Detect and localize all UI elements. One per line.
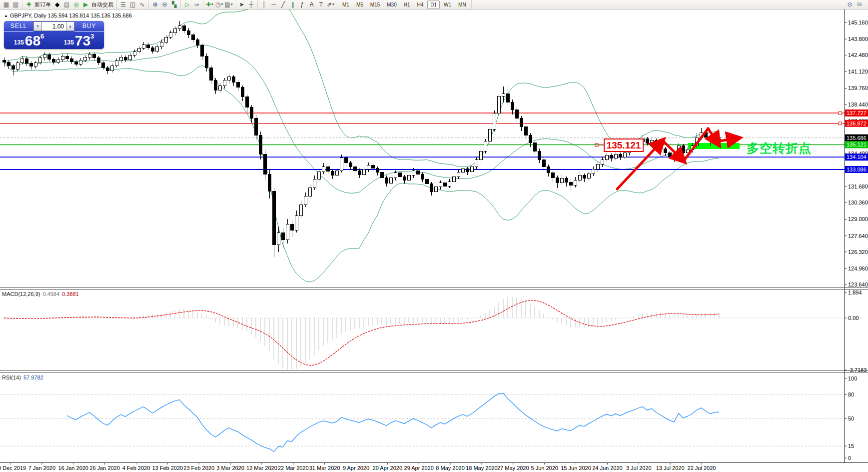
vertical-line-icon[interactable]: │	[260, 0, 268, 8]
svg-text:129.000: 129.000	[848, 216, 868, 222]
trendline-icon[interactable]: ╱	[279, 0, 287, 8]
zoom-out-icon[interactable]: ⊖	[160, 0, 169, 8]
market-watch-icon[interactable]: ▤	[62, 0, 71, 8]
horizontal-line-icon[interactable]: ─	[269, 0, 278, 8]
buy-price-prefix: 135	[64, 39, 74, 46]
svg-text:142.480: 142.480	[848, 52, 868, 58]
macd-label: MACD(12,26,9)0.45840.3881	[2, 291, 79, 297]
chart-canvas[interactable]: 145.160143.800142.480141.120139.760138.4…	[0, 0, 868, 472]
main-toolbar: ▦▧✚新订单◆▤◎▶自动交易☰◫∿⊕⊖▚▷⇒✚▾◷▾▨▾➤┼│─╱∥ƒAT⇗▾M…	[0, 0, 868, 10]
signals-icon[interactable]: ◎	[72, 0, 80, 8]
macd-name: MACD(12,26,9)	[2, 291, 40, 297]
svg-text:124.960: 124.960	[848, 266, 868, 272]
svg-text:15 Jun 2020: 15 Jun 2020	[561, 465, 591, 471]
channel-icon[interactable]: ∥	[288, 0, 297, 8]
svg-text:16 Jan 2020: 16 Jan 2020	[58, 465, 88, 471]
svg-text:1.894: 1.894	[848, 290, 862, 296]
chevron-down-icon[interactable]: ▾	[221, 0, 223, 8]
fibonacci-icon[interactable]: ƒ	[298, 0, 306, 8]
buy-button[interactable]: BUY	[74, 21, 104, 32]
timeframe-h1[interactable]: H1	[401, 0, 413, 9]
macd-main-value: 0.4584	[42, 291, 59, 297]
arrows-icon[interactable]: ⇗▾	[326, 0, 335, 8]
price-axis: 145.160143.800142.480141.120139.760138.4…	[845, 20, 868, 288]
svg-text:27 May 2020: 27 May 2020	[497, 465, 529, 471]
one-click-trading-panel: SELL ▼ 1.00 ▲ BUY 135 68 6 135 73 3	[4, 21, 104, 49]
svg-text:31 Mar 2020: 31 Mar 2020	[309, 465, 340, 471]
search-icon[interactable]: ⊙	[846, 0, 854, 8]
sell-price[interactable]: 135 68 6	[4, 32, 54, 48]
collapse-icon[interactable]: ▲	[4, 14, 8, 18]
svg-text:141.120: 141.120	[848, 68, 868, 74]
periods-icon[interactable]: ◷▾	[215, 0, 223, 8]
chevron-down-icon[interactable]: ▾	[332, 0, 334, 8]
autotrading-icon[interactable]: ▶	[81, 0, 90, 8]
chat-icon[interactable]: ✉	[855, 0, 864, 8]
sell-price-big: 68	[25, 34, 40, 48]
svg-text:50: 50	[848, 416, 854, 422]
svg-text:137.727: 137.727	[847, 110, 867, 116]
toolbar-group: ➤┼	[235, 0, 258, 9]
macd-signal-line	[4, 300, 719, 366]
toolbar-group: │─╱∥ƒAT⇗▾	[258, 0, 337, 9]
line-chart-icon[interactable]: ∿	[138, 0, 146, 8]
toolbar-group: ☰◫∿	[117, 0, 149, 9]
crosshair-icon[interactable]: ┼	[247, 0, 255, 8]
chevron-down-icon[interactable]: ▾	[231, 0, 233, 8]
date-axis: 29 Dec 20197 Jan 202016 Jan 202026 Jan 2…	[0, 462, 716, 471]
panel-splitter[interactable]	[0, 370, 845, 372]
svg-text:134.104: 134.104	[847, 154, 867, 160]
sell-price-pip: 6	[40, 32, 44, 40]
candlestick-chart-icon[interactable]: ◫	[128, 0, 137, 8]
indicators-icon[interactable]: ✚▾	[205, 0, 214, 8]
timeframe-m30[interactable]: M30	[384, 0, 399, 9]
sell-button[interactable]: SELL	[4, 21, 33, 32]
svg-text:80: 80	[848, 392, 854, 398]
timeframe-d1[interactable]: D1	[427, 0, 440, 9]
zoom-in-icon[interactable]: ⊕	[151, 0, 159, 8]
sell-price-prefix: 135	[14, 39, 24, 46]
buy-price[interactable]: 135 73 3	[54, 32, 104, 48]
cursor-icon[interactable]: ➤	[237, 0, 246, 8]
bar-chart-icon[interactable]: ☰	[119, 0, 127, 8]
text-icon[interactable]: A	[307, 0, 316, 8]
profiles-icon[interactable]: ▧	[11, 0, 20, 8]
panel-splitter[interactable]	[0, 286, 845, 289]
timeframe-m5[interactable]: M5	[353, 0, 366, 9]
timeframe-m15[interactable]: M15	[367, 0, 383, 9]
toolbar-group: ✚新订单◆▤◎▶自动交易	[22, 0, 117, 9]
svg-text:136.872: 136.872	[847, 120, 867, 126]
templates-icon[interactable]: ▨▾	[224, 0, 233, 8]
svg-text:13 Jul 2020: 13 Jul 2020	[656, 465, 685, 471]
auto-scroll-icon[interactable]: ▷	[183, 0, 191, 8]
timeframe-mn[interactable]: MN	[455, 0, 469, 9]
timeframe-h4[interactable]: H4	[414, 0, 427, 9]
chart-shift-icon[interactable]: ⇒	[192, 0, 201, 8]
svg-text:0.00: 0.00	[848, 315, 859, 321]
svg-text:29 Dec 2019: 29 Dec 2019	[0, 465, 26, 471]
autotrading-label[interactable]: 自动交易	[91, 1, 113, 8]
svg-text:3 Jul 2020: 3 Jul 2020	[626, 465, 652, 471]
label-icon[interactable]: T	[317, 0, 325, 8]
price-callout-135121[interactable]: 135.121	[604, 138, 644, 152]
svg-text:23 Feb 2020: 23 Feb 2020	[183, 465, 214, 471]
toolbar-group: ✚▾◷▾▨▾	[203, 0, 235, 9]
new-order-icon[interactable]: ✚	[24, 0, 33, 8]
volume-up-button[interactable]: ▲	[66, 22, 74, 31]
timeframe-m1[interactable]: M1	[339, 0, 352, 9]
rsi-name: RSI(14)	[2, 374, 21, 380]
new-order-label[interactable]: 新订单	[34, 1, 51, 8]
volume-down-button[interactable]: ▼	[33, 22, 42, 31]
timeframe-w1[interactable]: W1	[441, 0, 454, 9]
cn-annotation-text[interactable]: 多空转折点	[747, 140, 812, 156]
new-chart-icon[interactable]: ▦	[2, 0, 10, 8]
svg-text:22 Mar 2020: 22 Mar 2020	[278, 465, 309, 471]
volume-input[interactable]: 1.00	[42, 22, 66, 31]
chevron-down-icon[interactable]: ▾	[211, 0, 213, 8]
indicator-axes: 1.8940.00-3.71831008050150	[845, 290, 867, 461]
macd-signal-value: 0.3881	[62, 291, 79, 297]
mt4-window: { "toolbar": { "groups": [ {"items":[{"n…	[0, 0, 868, 472]
svg-text:9 Apr 2020: 9 Apr 2020	[343, 465, 369, 471]
tile-windows-icon[interactable]: ▚	[170, 0, 178, 8]
metaeditor-icon[interactable]: ◆	[53, 0, 61, 8]
